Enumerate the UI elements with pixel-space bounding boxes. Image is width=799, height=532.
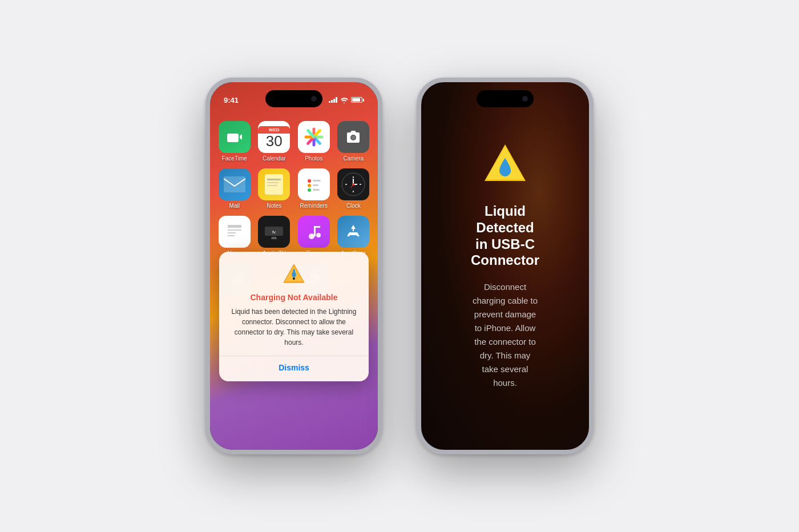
warning-big-icon [471, 142, 539, 192]
battery-icon [351, 97, 364, 103]
phone-2-screen: Liquid Detected in USB-C Connector Disco… [421, 82, 589, 450]
svg-rect-4 [265, 174, 283, 195]
svg-rect-5 [267, 179, 281, 180]
svg-point-9 [308, 179, 311, 183]
app-appstore[interactable]: App Store [336, 216, 372, 256]
alert-title: Charging Not Available [228, 293, 360, 302]
app-mail[interactable]: Mail [217, 168, 252, 209]
app-reminders[interactable]: Reminders [296, 168, 332, 209]
svg-rect-14 [313, 189, 320, 191]
svg-text:tv: tv [272, 229, 276, 235]
signal-bars-icon [329, 97, 337, 103]
alert-message: Liquid has been detected in the Lightnin… [228, 307, 360, 348]
svg-point-33 [293, 277, 295, 280]
svg-rect-30 [314, 226, 320, 228]
dynamic-island-2 [477, 90, 534, 107]
svg-point-27 [309, 233, 314, 239]
app-label-camera: Camera [343, 155, 364, 162]
app-label-photos: Photos [305, 155, 322, 162]
alert-dismiss-button[interactable]: Dismiss [228, 363, 360, 372]
wifi-icon [340, 97, 348, 103]
svg-point-2 [352, 136, 356, 140]
alert-warning-icon [228, 263, 360, 288]
app-facetime[interactable]: FaceTime [217, 121, 252, 162]
svg-rect-3 [224, 176, 245, 192]
svg-rect-10 [313, 180, 321, 182]
status-icons [329, 97, 364, 103]
svg-rect-12 [313, 184, 318, 186]
camera-dot-2 [522, 96, 528, 102]
warning-title: Liquid Detected in USB-C Connector [471, 203, 539, 269]
svg-rect-25 [223, 220, 246, 243]
app-label-facetime: FaceTime [222, 155, 247, 162]
svg-rect-7 [267, 185, 277, 186]
phone-1-screen: 9:41 [210, 82, 378, 450]
phone-1: 9:41 [205, 78, 382, 454]
app-label-reminders: Reminders [300, 203, 328, 209]
dynamic-island-1 [265, 90, 322, 107]
app-appletv[interactable]: tv Apple TV [257, 216, 292, 256]
app-clock[interactable]: Clock [336, 168, 372, 209]
app-label-notes: Notes [267, 203, 281, 209]
warning-message: Disconnect charging cable to prevent dam… [471, 280, 539, 390]
camera-dot [311, 96, 317, 102]
app-news[interactable]: News [217, 216, 252, 256]
svg-point-28 [316, 233, 321, 237]
phone-2: Liquid Detected in USB-C Connector Disco… [417, 78, 594, 454]
svg-point-11 [308, 184, 311, 187]
app-camera[interactable]: Camera [336, 121, 372, 162]
svg-rect-6 [267, 182, 279, 183]
app-photos[interactable]: Photos [296, 121, 332, 162]
app-notes[interactable]: Notes [257, 168, 292, 209]
app-itunes[interactable]: iTunes [296, 216, 332, 256]
charging-alert-popup: Charging Not Available Liquid has been d… [219, 252, 369, 381]
alert-divider [219, 356, 369, 356]
svg-point-35 [293, 269, 295, 273]
app-label-mail: Mail [229, 203, 240, 209]
app-label-calendar: Calendar [263, 155, 286, 162]
app-label-clock: Clock [346, 203, 361, 209]
warning-content: Liquid Detected in USB-C Connector Disco… [457, 142, 553, 390]
calendar-date: 30 [266, 134, 283, 148]
app-calendar[interactable]: WED 30 Calendar [257, 121, 292, 162]
svg-point-13 [308, 188, 311, 192]
